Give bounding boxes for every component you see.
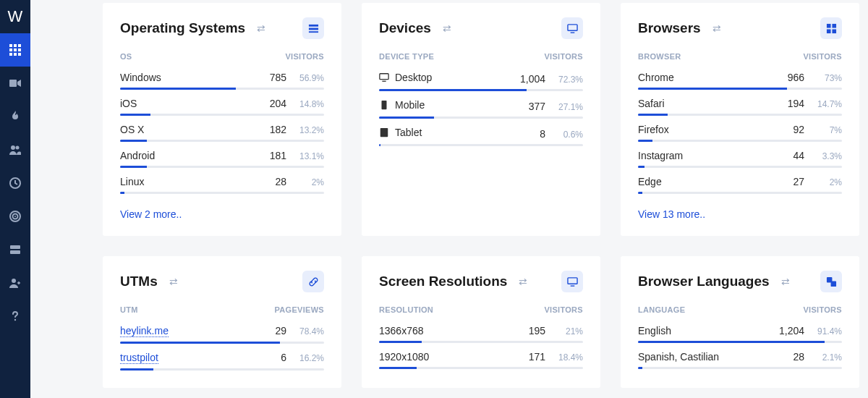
- svg-rect-22: [308, 31, 318, 33]
- row-percent: 16.2%: [292, 353, 324, 363]
- svg-point-11: [16, 146, 20, 150]
- help-icon: [9, 310, 21, 322]
- resolutions-icon-badge[interactable]: [561, 271, 583, 292]
- row-percent: 2%: [810, 177, 842, 187]
- row-percent: 21%: [551, 326, 583, 336]
- svg-rect-7: [14, 53, 17, 56]
- sidebar: W: [0, 0, 30, 398]
- view-more-link[interactable]: View 2 more..: [120, 208, 324, 220]
- row-label: 1366x768: [379, 325, 505, 336]
- progress-bar: [379, 144, 583, 146]
- table-row: 1920x108017118.4%: [379, 344, 583, 371]
- row-percent: 27.1%: [551, 102, 583, 112]
- row-percent: 7%: [810, 125, 842, 135]
- svg-point-18: [12, 279, 16, 283]
- sidebar-item-server[interactable]: [0, 233, 30, 266]
- row-value: 181: [252, 150, 286, 161]
- svg-rect-24: [380, 74, 388, 80]
- grid-icon: [9, 44, 21, 56]
- video-icon: [9, 77, 21, 89]
- sidebar-item-fire[interactable]: [0, 100, 30, 133]
- col-value: PAGEVIEWS: [274, 305, 324, 314]
- table-row: Tablet80.6%: [379, 120, 583, 148]
- progress-bar: [120, 368, 324, 371]
- rows-container: English1,20491.4%Spanish, Castilian282.1…: [638, 318, 842, 371]
- table-row: Spanish, Castilian282.1%: [638, 344, 842, 371]
- svg-rect-8: [18, 53, 21, 56]
- view-more-link[interactable]: View 13 more..: [638, 208, 842, 220]
- row-percent: 13.1%: [292, 151, 324, 161]
- table-row: Safari19414.7%: [638, 91, 842, 117]
- row-percent: 0.6%: [551, 130, 583, 140]
- svg-rect-5: [18, 48, 21, 51]
- sidebar-item-dashboard[interactable]: [0, 33, 30, 67]
- swap-icon[interactable]: ⇄: [169, 276, 176, 287]
- browsers-icon-badge[interactable]: [820, 17, 842, 39]
- svg-rect-23: [567, 24, 576, 30]
- row-label[interactable]: heylink.me: [120, 325, 169, 337]
- card-utms: UTMs ⇄ UTM PAGEVIEWS heylink.me2978.4%tr…: [103, 256, 341, 388]
- card-languages: Browser Languages ⇄ LANGUAGE VISITORS En…: [621, 256, 859, 388]
- svg-rect-2: [18, 44, 21, 47]
- progress-bar: [638, 367, 842, 369]
- row-label: Chrome: [638, 72, 764, 83]
- progress-bar: [379, 117, 583, 119]
- sidebar-item-video[interactable]: [0, 67, 30, 100]
- col-value: VISITORS: [285, 52, 324, 61]
- table-row: Windows78556.9%: [120, 65, 324, 91]
- rows-container: heylink.me2978.4%trustpilot616.2%: [120, 318, 324, 372]
- swap-icon[interactable]: ⇄: [519, 276, 526, 287]
- svg-point-15: [14, 216, 16, 217]
- svg-rect-31: [567, 277, 576, 283]
- progress-bar: [638, 166, 842, 168]
- sidebar-item-target[interactable]: [0, 200, 30, 233]
- os-icon-badge[interactable]: [302, 17, 324, 39]
- sidebar-item-users[interactable]: [0, 133, 30, 166]
- row-value: 28: [770, 351, 804, 363]
- row-percent: 14.7%: [810, 99, 842, 109]
- progress-bar: [120, 114, 324, 116]
- languages-icon-badge[interactable]: [820, 271, 842, 292]
- table-row: trustpilot616.2%: [120, 345, 324, 372]
- table-row: Instagram443.3%: [638, 143, 842, 169]
- table-row: 1366x76819521%: [379, 318, 583, 344]
- row-label: English: [638, 325, 764, 336]
- row-label: Instagram: [638, 150, 764, 161]
- row-label[interactable]: trustpilot: [120, 352, 158, 364]
- row-label: OS X: [120, 124, 246, 135]
- row-value: 28: [252, 176, 286, 187]
- sidebar-item-help[interactable]: [0, 300, 30, 333]
- utm-icon-badge[interactable]: [302, 271, 324, 292]
- row-value: 966: [770, 72, 804, 83]
- target-icon: [9, 211, 21, 222]
- card-title: Devices: [379, 20, 431, 36]
- row-percent: 72.3%: [551, 75, 583, 85]
- table-row: English1,20491.4%: [638, 318, 842, 344]
- svg-point-10: [11, 145, 15, 150]
- sidebar-item-user-add[interactable]: [0, 266, 30, 300]
- row-percent: 2.1%: [810, 352, 842, 363]
- swap-icon[interactable]: ⇄: [257, 22, 264, 34]
- progress-bar: [120, 166, 324, 168]
- row-label: Firefox: [638, 124, 764, 135]
- swap-icon[interactable]: ⇄: [712, 22, 720, 34]
- swap-icon[interactable]: ⇄: [781, 276, 788, 287]
- row-label: Android: [120, 150, 246, 161]
- row-label: Mobile: [395, 99, 505, 111]
- card-title: Operating Systems: [120, 20, 245, 36]
- devices-icon-badge[interactable]: [561, 17, 583, 39]
- progress-bar: [379, 89, 583, 91]
- table-row: iOS20414.8%: [120, 91, 324, 117]
- sidebar-item-clock[interactable]: [0, 166, 30, 200]
- svg-rect-4: [14, 48, 17, 51]
- svg-rect-1: [14, 44, 17, 47]
- row-label: Edge: [638, 176, 764, 187]
- main-content: Operating Systems ⇄ OS VISITORS Windows7…: [30, 0, 868, 398]
- row-value: 29: [252, 325, 286, 336]
- table-row: Android18113.1%: [120, 143, 324, 169]
- swap-icon[interactable]: ⇄: [443, 22, 450, 34]
- row-value: 1,204: [770, 325, 804, 336]
- svg-rect-25: [382, 101, 387, 109]
- col-value: VISITORS: [544, 305, 583, 314]
- mobile-icon: [379, 100, 389, 110]
